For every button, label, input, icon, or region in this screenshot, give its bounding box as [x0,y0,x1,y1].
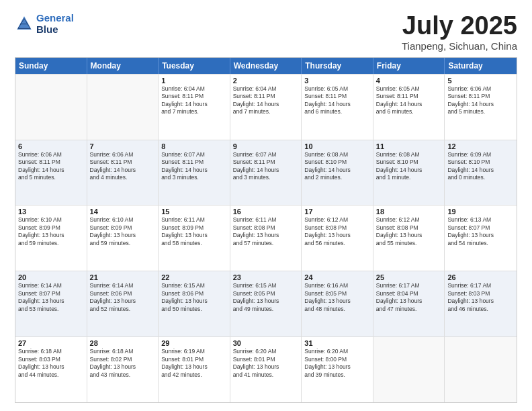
day-info: Sunrise: 6:19 AM Sunset: 8:01 PM Dayligh… [161,348,227,379]
day-cell-1: 1Sunrise: 6:04 AM Sunset: 8:11 PM Daylig… [159,75,230,140]
day-cell-22: 22Sunrise: 6:15 AM Sunset: 8:06 PM Dayli… [159,271,230,336]
day-cell-8: 8Sunrise: 6:07 AM Sunset: 8:11 PM Daylig… [159,140,230,205]
day-cell-26: 26Sunrise: 6:17 AM Sunset: 8:03 PM Dayli… [445,271,517,336]
day-cell-5: 5Sunrise: 6:06 AM Sunset: 8:11 PM Daylig… [445,75,517,140]
calendar-body: 1Sunrise: 6:04 AM Sunset: 8:11 PM Daylig… [15,74,517,402]
day-info: Sunrise: 6:06 AM Sunset: 8:11 PM Dayligh… [90,151,156,182]
day-number: 18 [376,208,442,216]
day-cell-9: 9Sunrise: 6:07 AM Sunset: 8:11 PM Daylig… [230,140,302,205]
title-block: July 2025 Tianpeng, Sichuan, China [402,12,517,52]
day-number: 14 [90,208,156,216]
weekday-header-friday: Friday [373,58,445,74]
day-cell-19: 19Sunrise: 6:13 AM Sunset: 8:07 PM Dayli… [445,205,517,271]
day-number: 28 [90,339,156,347]
day-number: 12 [447,142,514,150]
day-cell-30: 30Sunrise: 6:20 AM Sunset: 8:01 PM Dayli… [230,337,302,402]
day-number: 26 [447,273,514,281]
day-number: 2 [233,77,299,85]
logo: General Blue [15,12,74,36]
weekday-header-monday: Monday [87,58,159,74]
logo-icon [15,14,34,33]
month-title: July 2025 [402,12,517,40]
logo-line2: Blue [36,24,58,35]
day-info: Sunrise: 6:13 AM Sunset: 8:07 PM Dayligh… [447,216,514,247]
day-cell-15: 15Sunrise: 6:11 AM Sunset: 8:09 PM Dayli… [159,205,230,271]
day-number: 13 [18,208,84,216]
empty-cell [373,337,445,402]
svg-rect-2 [20,23,28,24]
day-cell-18: 18Sunrise: 6:12 AM Sunset: 8:08 PM Dayli… [373,205,445,271]
calendar-header: SundayMondayTuesdayWednesdayThursdayFrid… [15,58,517,74]
day-cell-2: 2Sunrise: 6:04 AM Sunset: 8:11 PM Daylig… [230,75,302,140]
header: General Blue July 2025 Tianpeng, Sichuan… [15,12,517,52]
day-number: 19 [447,208,514,216]
day-number: 6 [18,142,84,150]
day-info: Sunrise: 6:20 AM Sunset: 8:01 PM Dayligh… [233,348,299,379]
weekday-header-tuesday: Tuesday [159,58,230,74]
day-number: 31 [304,339,370,347]
day-number: 9 [233,142,299,150]
day-info: Sunrise: 6:07 AM Sunset: 8:11 PM Dayligh… [233,151,299,182]
calendar-row-2: 6Sunrise: 6:06 AM Sunset: 8:11 PM Daylig… [15,140,517,205]
day-number: 23 [233,273,299,281]
calendar-row-4: 20Sunrise: 6:14 AM Sunset: 8:07 PM Dayli… [15,271,517,336]
day-number: 29 [161,339,227,347]
day-cell-6: 6Sunrise: 6:06 AM Sunset: 8:11 PM Daylig… [15,140,87,205]
day-number: 17 [304,208,370,216]
day-info: Sunrise: 6:12 AM Sunset: 8:08 PM Dayligh… [304,216,370,247]
day-info: Sunrise: 6:05 AM Sunset: 8:11 PM Dayligh… [376,85,442,116]
weekday-header-thursday: Thursday [302,58,373,74]
day-cell-29: 29Sunrise: 6:19 AM Sunset: 8:01 PM Dayli… [159,337,230,402]
empty-cell [87,75,159,140]
day-info: Sunrise: 6:14 AM Sunset: 8:07 PM Dayligh… [18,282,84,313]
day-cell-31: 31Sunrise: 6:20 AM Sunset: 8:00 PM Dayli… [302,337,373,402]
day-cell-14: 14Sunrise: 6:10 AM Sunset: 8:09 PM Dayli… [87,205,159,271]
day-cell-12: 12Sunrise: 6:09 AM Sunset: 8:10 PM Dayli… [445,140,517,205]
calendar-row-3: 13Sunrise: 6:10 AM Sunset: 8:09 PM Dayli… [15,205,517,271]
day-info: Sunrise: 6:17 AM Sunset: 8:04 PM Dayligh… [376,282,442,313]
day-number: 8 [161,142,227,150]
day-cell-20: 20Sunrise: 6:14 AM Sunset: 8:07 PM Dayli… [15,271,87,336]
day-cell-25: 25Sunrise: 6:17 AM Sunset: 8:04 PM Dayli… [373,271,445,336]
empty-cell [445,337,517,402]
day-cell-17: 17Sunrise: 6:12 AM Sunset: 8:08 PM Dayli… [302,205,373,271]
calendar-row-5: 27Sunrise: 6:18 AM Sunset: 8:03 PM Dayli… [15,336,517,402]
weekday-header-wednesday: Wednesday [230,58,302,74]
day-cell-10: 10Sunrise: 6:08 AM Sunset: 8:10 PM Dayli… [302,140,373,205]
day-number: 3 [304,77,370,85]
day-cell-28: 28Sunrise: 6:18 AM Sunset: 8:02 PM Dayli… [87,337,159,402]
day-info: Sunrise: 6:15 AM Sunset: 8:05 PM Dayligh… [233,282,299,313]
day-info: Sunrise: 6:10 AM Sunset: 8:09 PM Dayligh… [90,216,156,247]
day-info: Sunrise: 6:20 AM Sunset: 8:00 PM Dayligh… [304,348,370,379]
day-info: Sunrise: 6:14 AM Sunset: 8:06 PM Dayligh… [90,282,156,313]
day-info: Sunrise: 6:08 AM Sunset: 8:10 PM Dayligh… [376,151,442,182]
calendar-row-1: 1Sunrise: 6:04 AM Sunset: 8:11 PM Daylig… [15,74,517,140]
day-info: Sunrise: 6:08 AM Sunset: 8:10 PM Dayligh… [304,151,370,182]
day-info: Sunrise: 6:18 AM Sunset: 8:02 PM Dayligh… [90,348,156,379]
day-number: 1 [161,77,227,85]
day-number: 16 [233,208,299,216]
day-info: Sunrise: 6:16 AM Sunset: 8:05 PM Dayligh… [304,282,370,313]
day-number: 20 [18,273,84,281]
day-info: Sunrise: 6:11 AM Sunset: 8:09 PM Dayligh… [161,216,227,247]
logo-text: General Blue [36,12,74,36]
day-cell-24: 24Sunrise: 6:16 AM Sunset: 8:05 PM Dayli… [302,271,373,336]
day-number: 27 [18,339,84,347]
day-cell-11: 11Sunrise: 6:08 AM Sunset: 8:10 PM Dayli… [373,140,445,205]
day-info: Sunrise: 6:04 AM Sunset: 8:11 PM Dayligh… [161,85,227,116]
day-info: Sunrise: 6:06 AM Sunset: 8:11 PM Dayligh… [18,151,84,182]
empty-cell [15,75,87,140]
day-cell-4: 4Sunrise: 6:05 AM Sunset: 8:11 PM Daylig… [373,75,445,140]
day-number: 30 [233,339,299,347]
day-info: Sunrise: 6:12 AM Sunset: 8:08 PM Dayligh… [376,216,442,247]
day-cell-3: 3Sunrise: 6:05 AM Sunset: 8:11 PM Daylig… [302,75,373,140]
logo-line1: General [36,12,74,24]
day-info: Sunrise: 6:18 AM Sunset: 8:03 PM Dayligh… [18,348,84,379]
day-number: 10 [304,142,370,150]
day-cell-23: 23Sunrise: 6:15 AM Sunset: 8:05 PM Dayli… [230,271,302,336]
day-number: 21 [90,273,156,281]
day-cell-21: 21Sunrise: 6:14 AM Sunset: 8:06 PM Dayli… [87,271,159,336]
day-cell-13: 13Sunrise: 6:10 AM Sunset: 8:09 PM Dayli… [15,205,87,271]
day-number: 4 [376,77,442,85]
page: General Blue July 2025 Tianpeng, Sichuan… [0,0,532,411]
